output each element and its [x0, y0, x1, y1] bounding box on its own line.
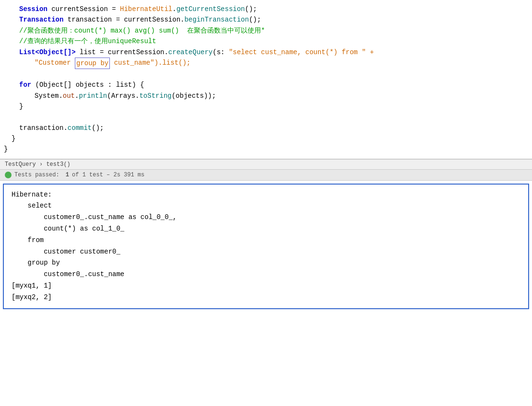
method-getcurrentsession: getCurrentSession: [177, 4, 245, 14]
code-line-empty1: [0, 69, 532, 80]
breadcrumb-text: TestQuery › test3(): [5, 161, 71, 168]
method-createquery: createQuery: [168, 47, 213, 58]
method-tostring: toString: [139, 91, 171, 101]
code-line-3: //聚合函数使用：count(*) max() avg() sum() 在聚合函…: [0, 25, 532, 36]
output-line-6: group by: [12, 257, 520, 269]
code-line-5: List<Object[]> list = currentSession.cre…: [0, 47, 532, 58]
code-line-10: }: [0, 101, 532, 112]
output-line-5: customer customer0_: [12, 246, 520, 258]
output-line-2: customer0_.cust_name as col_0_0_,: [12, 212, 520, 223]
code-line-6: "Customer group by cust_name").list();: [0, 58, 532, 69]
output-line-0: Hibernate:: [12, 189, 520, 201]
status-passed-count: 1: [66, 172, 69, 178]
highlighted-groupby: group by: [75, 58, 110, 69]
code-line-12: transaction.commit();: [0, 123, 532, 133]
method-begintransaction: beginTransaction: [184, 14, 248, 25]
output-result-2: [myxq2, 2]: [12, 292, 520, 303]
status-bar: Tests passed: 1 of 1 test – 2s 391 ms: [0, 170, 532, 181]
output-area: Hibernate: select customer0_.cust_name a…: [3, 184, 529, 309]
kw-transaction: Transaction: [19, 14, 63, 25]
editor-area: Session currentSession = HibernateUtil.g…: [0, 0, 532, 159]
code-line-1: Session currentSession = HibernateUtil.g…: [0, 4, 532, 14]
kw-for: for: [19, 80, 31, 90]
kw-out: out: [63, 91, 75, 101]
output-line-7: customer0_.cust_name: [12, 269, 520, 280]
code-line-2: Transaction transaction = currentSession…: [0, 14, 532, 25]
code-line-13: }: [0, 133, 532, 144]
string-query2-start: "Customer: [35, 58, 75, 68]
status-detail: of 1 test – 2s 391 ms: [72, 172, 144, 178]
breadcrumb-bar: TestQuery › test3(): [0, 159, 532, 170]
status-label-tests: Tests passed:: [14, 172, 63, 178]
code-line-9: System.out.println(Arrays.toString(objec…: [0, 91, 532, 101]
code-line-4: //查询的结果只有一个，使用uniqueResult: [0, 36, 532, 46]
method-commit: commit: [68, 123, 92, 133]
output-line-3: count(*) as col_1_0_: [12, 223, 520, 235]
string-query1: "select cust_name, count(*) from " +: [229, 47, 374, 58]
output-result-1: [myxq1, 1]: [12, 280, 520, 292]
code-line-empty2: [0, 112, 532, 123]
method-println: println: [79, 91, 107, 101]
status-icon: [5, 172, 12, 178]
string-query2-end: cust_name").list();: [110, 58, 190, 68]
code-line-14: }: [0, 144, 532, 154]
output-line-1: select: [12, 200, 520, 212]
kw-session: Session: [19, 4, 47, 14]
kw-list: List<Object[]>: [19, 47, 76, 58]
kw-hibernateutil: HibernateUtil: [120, 4, 172, 14]
output-line-4: from: [12, 235, 520, 246]
code-line-8: for (Object[] objects : list) {: [0, 80, 532, 90]
